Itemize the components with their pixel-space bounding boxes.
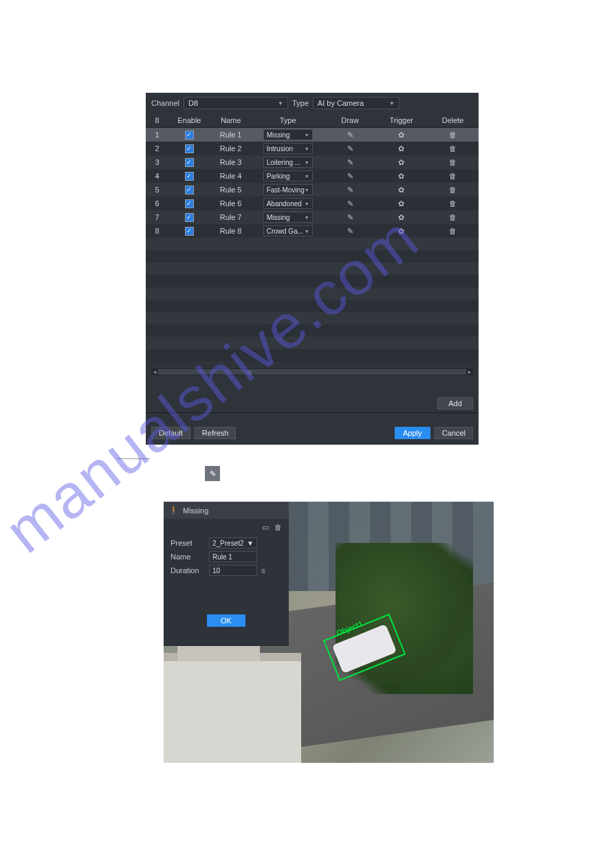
rules-config-panel: Channel D8 ▼ Type AI by Camera ▼ 8 Enabl… xyxy=(146,93,479,445)
caret-down-icon: ▼ xyxy=(305,188,309,192)
channel-label: Channel xyxy=(151,99,179,107)
gear-icon[interactable]: ✿ xyxy=(398,131,404,140)
caret-down-icon: ▼ xyxy=(305,215,309,220)
rule-type-select[interactable]: Parking▼ xyxy=(263,170,313,181)
caret-down-icon: ▼ xyxy=(278,100,283,107)
channel-value: D8 xyxy=(188,99,198,107)
trash-icon[interactable]: 🗑 xyxy=(449,131,457,139)
duration-unit: s xyxy=(261,566,265,575)
table-row[interactable]: 2 ✓ Rule 2 Intrusion▼ ✎ ✿ 🗑 xyxy=(146,142,479,155)
pencil-icon[interactable]: ✎ xyxy=(347,186,353,194)
pencil-icon[interactable]: ✎ xyxy=(347,131,353,140)
enable-checkbox[interactable]: ✓ xyxy=(185,131,194,140)
rule-type-select[interactable]: Missing▼ xyxy=(263,129,313,140)
enable-checkbox[interactable]: ✓ xyxy=(185,186,194,194)
rule-type-select[interactable]: Missing▼ xyxy=(263,212,313,223)
table-row[interactable]: 4 ✓ Rule 4 Parking▼ ✎ ✿ 🗑 xyxy=(146,169,479,183)
row-index: 6 xyxy=(146,197,168,210)
enable-checkbox[interactable]: ✓ xyxy=(185,227,194,236)
ok-button[interactable]: OK xyxy=(207,614,245,627)
type-label: Type xyxy=(292,99,309,107)
apply-button[interactable]: Apply xyxy=(395,427,430,439)
gear-icon[interactable]: ✿ xyxy=(398,144,404,153)
col-name: Name xyxy=(210,113,251,128)
footer-bar: Default Refresh Apply Cancel xyxy=(146,412,479,445)
rule-name: Rule 4 xyxy=(210,169,251,183)
gear-icon[interactable]: ✿ xyxy=(398,186,404,194)
trash-icon[interactable]: 🗑 xyxy=(449,172,457,180)
pencil-icon[interactable]: ✎ xyxy=(347,213,353,222)
rule-name: Rule 5 xyxy=(210,183,251,197)
gear-icon[interactable]: ✿ xyxy=(398,158,404,167)
rule-type-select[interactable]: Loitering ...▼ xyxy=(263,157,313,168)
enable-checkbox[interactable]: ✓ xyxy=(185,213,194,222)
pencil-icon[interactable]: ✎ xyxy=(347,227,353,236)
gear-icon[interactable]: ✿ xyxy=(398,172,404,181)
scroll-right-icon[interactable]: ► xyxy=(466,369,473,375)
pencil-icon[interactable]: ✎ xyxy=(347,199,353,208)
row-index: 7 xyxy=(146,210,168,224)
preset-select[interactable]: 2_Preset2 ▼ xyxy=(209,537,257,548)
ai-type-select[interactable]: AI by Camera ▼ xyxy=(313,97,399,109)
row-index: 4 xyxy=(146,169,168,183)
scene-structure xyxy=(164,653,301,763)
rule-type-select[interactable]: Abandoned▼ xyxy=(263,198,313,209)
caret-down-icon: ▼ xyxy=(305,229,309,234)
duration-label: Duration xyxy=(171,566,209,575)
draw-rect-icon[interactable]: ▭ xyxy=(262,523,269,532)
table-row[interactable]: 6 ✓ Rule 6 Abandoned▼ ✎ ✿ 🗑 xyxy=(146,197,479,210)
table-row[interactable]: 5 ✓ Rule 5 Fast-Moving▼ ✎ ✿ 🗑 xyxy=(146,183,479,197)
table-row[interactable]: 7 ✓ Rule 7 Missing▼ ✎ ✿ 🗑 xyxy=(146,210,479,224)
pencil-icon: ✎ xyxy=(205,466,220,481)
trash-icon[interactable]: 🗑 xyxy=(449,158,457,166)
table-row[interactable]: 8 ✓ Rule 8 Crowd Ga...▼ ✎ ✿ 🗑 xyxy=(146,224,479,238)
preset-label: Preset xyxy=(171,539,209,547)
caret-down-icon: ▼ xyxy=(305,174,309,179)
rule-name: Rule 2 xyxy=(210,142,251,155)
rule-name: Rule 7 xyxy=(210,210,251,224)
default-button[interactable]: Default xyxy=(151,427,190,439)
add-button[interactable]: Add xyxy=(437,397,473,410)
rule-type-select[interactable]: Fast-Moving▼ xyxy=(263,184,313,195)
trash-icon[interactable]: 🗑 xyxy=(449,213,457,221)
pencil-icon[interactable]: ✎ xyxy=(347,144,353,153)
col-draw: Draw xyxy=(325,113,376,128)
top-filter-bar: Channel D8 ▼ Type AI by Camera ▼ xyxy=(146,93,479,113)
trash-icon[interactable]: 🗑 xyxy=(274,523,282,532)
caret-down-icon: ▼ xyxy=(305,160,309,165)
trash-icon[interactable]: 🗑 xyxy=(449,186,457,194)
gear-icon[interactable]: ✿ xyxy=(398,199,404,208)
cancel-button[interactable]: Cancel xyxy=(435,427,473,439)
name-input[interactable]: Rule 1 xyxy=(209,551,257,562)
pencil-icon[interactable]: ✎ xyxy=(347,158,353,167)
pencil-icon[interactable]: ✎ xyxy=(347,172,353,181)
overlay-title: Missing xyxy=(183,507,208,515)
enable-checkbox[interactable]: ✓ xyxy=(185,158,194,167)
refresh-button[interactable]: Refresh xyxy=(195,427,237,439)
rule-type-select[interactable]: Crowd Ga...▼ xyxy=(263,225,313,236)
scroll-left-icon[interactable]: ◄ xyxy=(151,369,158,375)
col-trigger: Trigger xyxy=(375,113,427,128)
enable-checkbox[interactable]: ✓ xyxy=(185,144,194,153)
gear-icon[interactable]: ✿ xyxy=(398,227,404,236)
caret-down-icon: ▼ xyxy=(305,201,309,206)
enable-checkbox[interactable]: ✓ xyxy=(185,199,194,208)
ai-type-value: AI by Camera xyxy=(318,99,364,107)
table-row[interactable]: 1 ✓ Rule 1 Missing▼ ✎ ✿ 🗑 xyxy=(146,128,479,142)
trash-icon[interactable]: 🗑 xyxy=(449,199,457,208)
horizontal-scrollbar[interactable]: ◄ ||| ► xyxy=(151,368,473,375)
table-row[interactable]: 3 ✓ Rule 3 Loitering ...▼ ✎ ✿ 🗑 xyxy=(146,155,479,169)
overlay-titlebar: 🚶 Missing xyxy=(164,502,289,519)
trash-icon[interactable]: 🗑 xyxy=(449,144,457,153)
gear-icon[interactable]: ✿ xyxy=(398,213,404,222)
duration-input[interactable]: 10 xyxy=(209,565,257,576)
rules-table: 8 Enable Name Type Draw Trigger Delete 1… xyxy=(146,113,479,238)
caret-down-icon: ▼ xyxy=(305,146,309,151)
trash-icon[interactable]: 🗑 xyxy=(449,227,457,235)
rule-name: Rule 3 xyxy=(210,155,251,169)
row-index: 3 xyxy=(146,155,168,169)
enable-checkbox[interactable]: ✓ xyxy=(185,172,194,181)
channel-select[interactable]: D8 ▼ xyxy=(184,97,288,109)
camera-view: Object1 🚶 Missing ▭ 🗑 Preset 2_Preset2 ▼ xyxy=(164,502,494,763)
rule-type-select[interactable]: Intrusion▼ xyxy=(263,143,313,154)
